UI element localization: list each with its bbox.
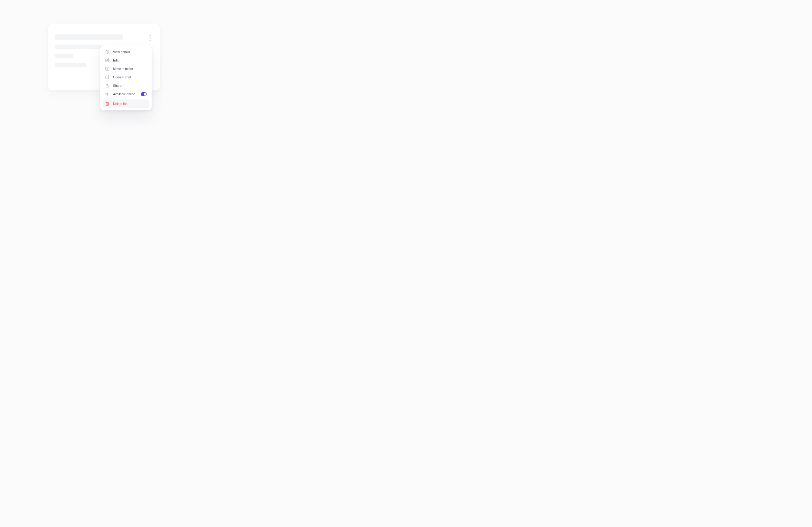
skeleton-line (55, 63, 86, 67)
menu-item-view-details[interactable]: View details (103, 48, 149, 56)
menu-item-label: Edit (113, 58, 118, 62)
menu-item-delete-file[interactable]: Delete file (103, 99, 149, 108)
menu-item-edit[interactable]: Edit (103, 56, 149, 65)
info-icon (105, 50, 110, 54)
edit-icon (105, 58, 110, 62)
trash-icon (105, 102, 110, 106)
menu-item-open-in-chat[interactable]: Open in chat (103, 73, 149, 81)
menu-item-available-offline[interactable]: Available offline (103, 90, 149, 98)
toggle-knob (144, 93, 146, 96)
skeleton-line (55, 34, 123, 40)
menu-item-label: View details (113, 50, 130, 54)
context-menu: View details Edit Move to folder Open in… (100, 45, 151, 110)
menu-item-label: Share (113, 84, 121, 87)
dot-icon (149, 35, 151, 36)
skeleton-line (55, 54, 73, 58)
menu-item-label: Available offline (113, 92, 135, 96)
wifi-icon (105, 92, 110, 96)
menu-item-label: Open in chat (113, 75, 131, 79)
dot-icon (149, 40, 151, 41)
menu-item-move-to-folder[interactable]: Move to folder (103, 65, 149, 73)
skeleton-line (55, 45, 102, 49)
dot-icon (149, 38, 151, 39)
folder-plus-icon (105, 67, 110, 71)
share-icon (105, 84, 110, 88)
menu-item-label: Delete file (113, 102, 127, 105)
menu-item-label: Move to folder (113, 67, 133, 71)
offline-toggle[interactable] (141, 92, 147, 96)
external-link-icon (105, 75, 110, 79)
svg-line-5 (107, 76, 109, 77)
menu-item-share[interactable]: Share (103, 81, 149, 90)
more-options-button[interactable] (146, 33, 154, 43)
